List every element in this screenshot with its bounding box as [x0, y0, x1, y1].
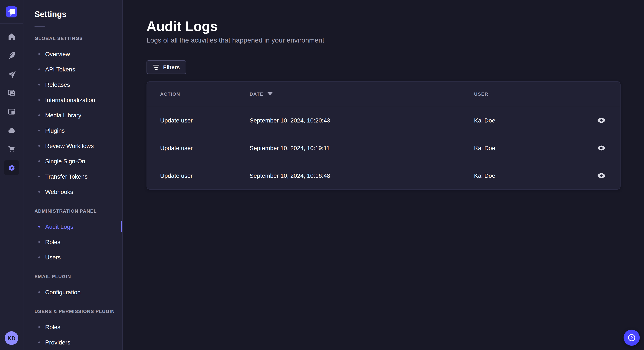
- sidebar-item-label: Users: [45, 254, 61, 261]
- cell-action: Update user: [160, 172, 250, 179]
- rail-item-cloud[interactable]: [4, 123, 19, 138]
- sidebar-item-label: Providers: [45, 339, 70, 346]
- bullet-icon: [38, 241, 40, 243]
- sidebar-item-review-workflows[interactable]: Review Workflows: [24, 138, 122, 154]
- settings-gear-icon: [7, 163, 16, 172]
- cloud-icon: [7, 126, 16, 135]
- bullet-icon: [38, 145, 40, 147]
- sidebar-item-label: API Tokens: [45, 66, 75, 73]
- sidebar-item-label: Internationalization: [45, 97, 95, 103]
- cell-user: Kai Doe: [474, 117, 584, 124]
- question-mark-circle-icon: ?: [627, 333, 636, 342]
- sidebar-item-label: Review Workflows: [45, 143, 94, 149]
- column-header-user[interactable]: USER: [474, 91, 584, 96]
- cell-row-actions: [584, 141, 608, 155]
- active-indicator: [121, 221, 122, 232]
- eye-icon: [597, 116, 606, 124]
- paper-plane-icon: [7, 70, 16, 78]
- sidebar-item-internationalization[interactable]: Internationalization: [24, 92, 122, 108]
- audit-table-card: ACTION DATE USER Update user September 1…: [146, 81, 620, 190]
- sidebar-item-single-sign-on[interactable]: Single Sign-On: [24, 154, 122, 169]
- bullet-icon: [38, 114, 40, 116]
- cell-user: Kai Doe: [474, 145, 584, 151]
- rail-item-settings[interactable]: [4, 160, 19, 175]
- rail-item-paper-plane[interactable]: [4, 66, 19, 82]
- sidebar-item-users[interactable]: Users: [24, 250, 122, 265]
- view-log-button[interactable]: [594, 141, 608, 155]
- sidebar-item-label: Media Library: [45, 112, 81, 119]
- sidebar-section-label: ADMINISTRATION PANEL: [34, 208, 122, 214]
- user-avatar[interactable]: KD: [5, 331, 18, 345]
- bullet-icon: [38, 160, 40, 162]
- sidebar-item-releases[interactable]: Releases: [24, 77, 122, 92]
- column-header-action[interactable]: ACTION: [160, 91, 250, 96]
- cell-user: Kai Doe: [474, 172, 584, 179]
- bullet-icon: [38, 226, 40, 227]
- table-row[interactable]: Update user September 10, 2024, 10:19:11…: [147, 134, 620, 162]
- view-log-button[interactable]: [594, 169, 608, 182]
- logo-container[interactable]: [0, 0, 23, 24]
- sidebar-item-plugins[interactable]: Plugins: [24, 123, 122, 138]
- cell-row-actions: [584, 169, 608, 182]
- page-title: Audit Logs: [146, 19, 620, 33]
- sidebar-section-items: Overview API Tokens Releases Internation…: [24, 46, 122, 199]
- cell-date: September 10, 2024, 10:20:43: [250, 117, 474, 124]
- sidebar-section-label: GLOBAL SETTINGS: [34, 35, 122, 41]
- avatar-initials: KD: [8, 335, 16, 341]
- bullet-icon: [38, 84, 40, 85]
- layout-icon: [7, 107, 16, 116]
- bullet-icon: [38, 326, 40, 328]
- icon-rail: KD: [0, 0, 24, 350]
- sidebar-item-roles[interactable]: Roles: [24, 234, 122, 250]
- cell-date: September 10, 2024, 10:16:48: [250, 172, 474, 179]
- sidebar-section: ADMINISTRATION PANEL Audit Logs Roles Us…: [24, 208, 122, 265]
- sidebar-item-configuration[interactable]: Configuration: [24, 285, 122, 300]
- filter-icon: [153, 65, 159, 70]
- sidebar-item-audit-logs[interactable]: Audit Logs: [24, 219, 122, 234]
- rail-item-home[interactable]: [4, 29, 19, 44]
- bullet-icon: [38, 130, 40, 131]
- home-icon: [7, 32, 16, 41]
- rail-item-media-library[interactable]: [4, 85, 19, 100]
- sidebar-item-label: Roles: [45, 239, 60, 245]
- filters-button[interactable]: Filters: [146, 60, 186, 74]
- sidebar-item-api-tokens[interactable]: API Tokens: [24, 62, 122, 77]
- sidebar-item-providers[interactable]: Providers: [24, 335, 122, 350]
- cell-row-actions: [584, 113, 608, 127]
- rail-item-layout[interactable]: [4, 104, 19, 119]
- table-row[interactable]: Update user September 10, 2024, 10:20:43…: [147, 106, 620, 134]
- sidebar-item-media-library[interactable]: Media Library: [24, 108, 122, 123]
- sidebar-item-label: Audit Logs: [45, 223, 73, 230]
- sidebar-item-roles[interactable]: Roles: [24, 319, 122, 335]
- rail-item-marketplace[interactable]: [4, 141, 19, 157]
- images-icon: [7, 88, 16, 97]
- sidebar-section: GLOBAL SETTINGS Overview API Tokens Rele…: [24, 35, 122, 199]
- subnav-title: Settings: [34, 10, 122, 19]
- sidebar-item-label: Overview: [45, 51, 70, 57]
- svg-text:?: ?: [630, 336, 633, 340]
- bullet-icon: [38, 256, 40, 258]
- cell-date: September 10, 2024, 10:19:11: [250, 145, 474, 151]
- sidebar-section-label: EMAIL PLUGIN: [34, 273, 122, 279]
- table-body: Update user September 10, 2024, 10:20:43…: [147, 106, 620, 189]
- filters-button-label: Filters: [163, 64, 180, 70]
- column-header-date[interactable]: DATE: [250, 91, 474, 96]
- sidebar-item-label: Roles: [45, 324, 60, 331]
- page-subtitle: Logs of all the activities that happened…: [146, 37, 620, 44]
- view-log-button[interactable]: [594, 113, 608, 127]
- rail-nav: [4, 24, 19, 331]
- sidebar-section-items: Roles Providers: [24, 319, 122, 350]
- sidebar-section-items: Audit Logs Roles Users: [24, 219, 122, 265]
- sidebar-item-label: Transfer Tokens: [45, 173, 88, 180]
- cell-action: Update user: [160, 145, 250, 151]
- bullet-icon: [38, 99, 40, 101]
- sidebar-item-webhooks[interactable]: Webhooks: [24, 184, 122, 199]
- sidebar-item-transfer-tokens[interactable]: Transfer Tokens: [24, 169, 122, 184]
- bullet-icon: [38, 291, 40, 293]
- help-button[interactable]: ?: [624, 330, 640, 346]
- bullet-icon: [38, 176, 40, 177]
- table-row[interactable]: Update user September 10, 2024, 10:16:48…: [147, 162, 620, 189]
- sort-caret-down-icon[interactable]: [268, 92, 273, 95]
- rail-item-feather-pen[interactable]: [4, 48, 19, 63]
- sidebar-item-overview[interactable]: Overview: [24, 46, 122, 62]
